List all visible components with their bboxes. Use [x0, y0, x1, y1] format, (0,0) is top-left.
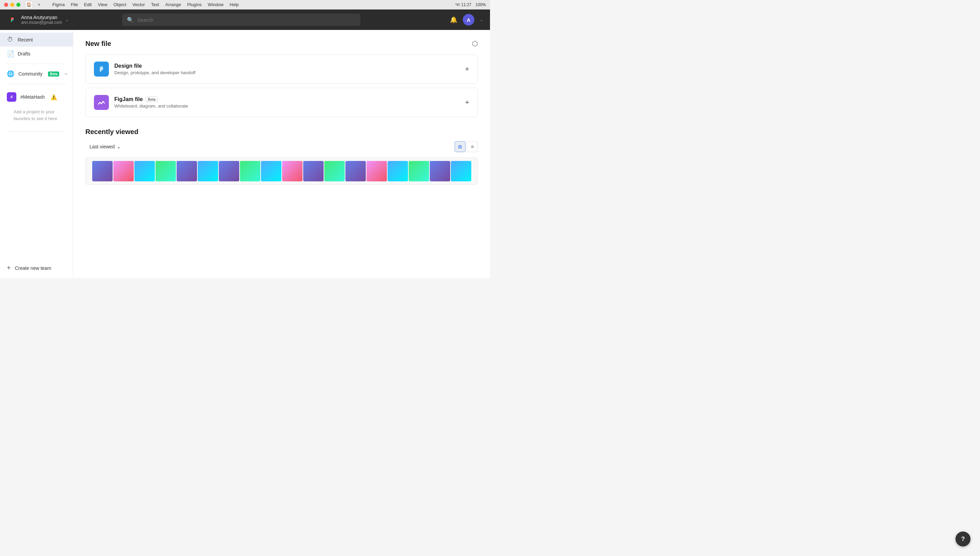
menu-vector[interactable]: Vector — [132, 2, 145, 7]
figjam-beta-badge: Beta — [145, 97, 158, 102]
menu-plugins[interactable]: Plugins — [187, 2, 202, 7]
user-dropdown-chevron[interactable]: ⌄ — [65, 17, 69, 22]
app: Anna Arutyunyan ann.moan@gmail.com ⌄ 🔍 🔔… — [0, 10, 490, 278]
thumbnail-item[interactable] — [92, 161, 113, 181]
header-actions: 🔔 A ⌄ — [450, 14, 483, 26]
design-file-card[interactable]: Design file Design, prototype, and devel… — [86, 55, 478, 84]
community-beta-badge: Beta — [48, 71, 60, 76]
thumbnail-item[interactable] — [113, 161, 134, 181]
last-viewed-label: Last viewed — [89, 144, 115, 149]
menu-text[interactable]: Text — [151, 2, 159, 7]
avatar-dropdown-chevron[interactable]: ⌄ — [480, 17, 483, 22]
maximize-button[interactable] — [16, 3, 20, 7]
menu-edit[interactable]: Edit — [84, 2, 92, 7]
sidebar-item-community[interactable]: 🌐 Community Beta → — [0, 67, 73, 81]
sidebar-divider-3 — [7, 131, 66, 132]
favorites-empty-text: Add a project to your favorites to see i… — [7, 105, 66, 126]
sidebar: ⏱ Recent 📄 Drafts 🌐 Community Beta → # #… — [0, 30, 73, 278]
thumbnail-item[interactable] — [324, 161, 345, 181]
title-bar: 🏠 + Figma File Edit View Object Vector T… — [0, 0, 490, 10]
thumbnail-item[interactable] — [177, 161, 197, 181]
thumbnail-item[interactable] — [366, 161, 387, 181]
import-icon[interactable]: ⬡ — [472, 39, 478, 48]
user-email: ann.moan@gmail.com — [21, 20, 62, 25]
figjam-file-name: FigJam file Beta — [114, 96, 459, 102]
create-team-label: Create new team — [15, 265, 52, 271]
team-icon: # — [7, 92, 16, 102]
menu-arrange[interactable]: Arrange — [165, 2, 181, 7]
drafts-icon: 📄 — [7, 50, 14, 58]
figjam-file-desc: Whiteboard, diagram, and collaborate — [114, 103, 459, 108]
thumbnail-item[interactable] — [282, 161, 302, 181]
menu-bar: Figma File Edit View Object Vector Text … — [52, 2, 239, 7]
last-viewed-filter-button[interactable]: Last viewed ⌄ — [86, 142, 125, 152]
warning-icon: ⚠️ — [50, 94, 57, 100]
clock-icon: ⏱ — [7, 36, 14, 43]
thumbnail-item[interactable] — [155, 161, 176, 181]
thumbnail-item[interactable] — [303, 161, 324, 181]
last-viewed-chevron-icon: ⌄ — [117, 144, 121, 149]
thumbnail-item[interactable] — [387, 161, 408, 181]
close-button[interactable] — [4, 3, 8, 7]
filter-bar: Last viewed ⌄ ⊞ ≡ — [86, 141, 478, 152]
new-tab-button[interactable]: + — [36, 1, 43, 8]
menu-object[interactable]: Object — [113, 2, 126, 7]
logo-area: Anna Arutyunyan ann.moan@gmail.com ⌄ — [7, 14, 75, 25]
header: Anna Arutyunyan ann.moan@gmail.com ⌄ 🔍 🔔… — [0, 10, 490, 30]
new-file-title: New file — [86, 40, 111, 48]
sidebar-divider-2 — [7, 84, 66, 84]
new-file-section-header: New file ⬡ — [86, 39, 478, 48]
recently-viewed-title: Recently viewed — [86, 128, 478, 136]
home-button[interactable]: 🏠 — [25, 1, 33, 8]
search-bar: 🔍 — [122, 14, 360, 26]
file-cards: Design file Design, prototype, and devel… — [86, 55, 478, 117]
figjam-file-add-button[interactable]: + — [465, 98, 469, 107]
team-section: # #MetaHash ⚠️ Add a project to your fav… — [0, 87, 73, 129]
thumbnail-item[interactable] — [261, 161, 281, 181]
menu-figma[interactable]: Figma — [52, 2, 65, 7]
search-input[interactable] — [137, 17, 355, 23]
thumbnail-item[interactable] — [198, 161, 218, 181]
grid-icon: ⊞ — [458, 144, 462, 149]
thumbnail-item[interactable] — [451, 161, 471, 181]
menu-help[interactable]: Help — [230, 2, 239, 7]
user-name: Anna Arutyunyan — [21, 15, 62, 20]
list-view-button[interactable]: ≡ — [467, 141, 478, 152]
thumbnail-item[interactable] — [240, 161, 260, 181]
list-icon: ≡ — [471, 144, 474, 149]
figjam-file-card[interactable]: FigJam file Beta Whiteboard, diagram, an… — [86, 88, 478, 117]
menu-window[interactable]: Window — [208, 2, 224, 7]
plus-icon: + — [7, 264, 11, 272]
minimize-button[interactable] — [10, 3, 14, 7]
thumbnail-item[interactable] — [346, 161, 366, 181]
figjam-file-icon — [94, 95, 109, 110]
create-new-team-button[interactable]: + Create new team — [0, 261, 73, 275]
design-file-text: Design file Design, prototype, and devel… — [114, 63, 459, 75]
design-file-name: Design file — [114, 63, 459, 69]
search-icon: 🔍 — [127, 17, 134, 23]
thumbnail-item[interactable] — [408, 161, 429, 181]
thumbnail-item[interactable] — [219, 161, 239, 181]
thumbnail-item[interactable] — [430, 161, 450, 181]
community-arrow-icon: → — [63, 71, 68, 76]
community-label: Community — [18, 71, 42, 76]
design-file-add-button[interactable]: + — [465, 65, 469, 73]
team-name: #MetaHash — [20, 94, 45, 100]
sidebar-item-drafts[interactable]: 📄 Drafts — [0, 47, 73, 61]
view-toggle: ⊞ ≡ — [455, 141, 478, 152]
menu-file[interactable]: File — [71, 2, 78, 7]
design-file-icon — [94, 61, 109, 76]
main-content: ⏱ Recent 📄 Drafts 🌐 Community Beta → # #… — [0, 30, 490, 278]
thumbnail-item[interactable] — [134, 161, 155, 181]
drafts-label: Drafts — [18, 51, 30, 57]
avatar[interactable]: A — [463, 14, 474, 26]
team-item-metahash[interactable]: # #MetaHash ⚠️ — [7, 89, 66, 105]
design-file-desc: Design, prototype, and developer handoff — [114, 70, 459, 75]
grid-view-button[interactable]: ⊞ — [455, 141, 465, 152]
sidebar-item-recent[interactable]: ⏱ Recent — [0, 33, 73, 47]
user-info: Anna Arutyunyan ann.moan@gmail.com — [21, 15, 62, 25]
figjam-file-text: FigJam file Beta Whiteboard, diagram, an… — [114, 96, 459, 108]
menu-view[interactable]: View — [98, 2, 107, 7]
globe-icon: 🌐 — [7, 70, 14, 78]
notifications-bell-icon[interactable]: 🔔 — [450, 16, 457, 23]
